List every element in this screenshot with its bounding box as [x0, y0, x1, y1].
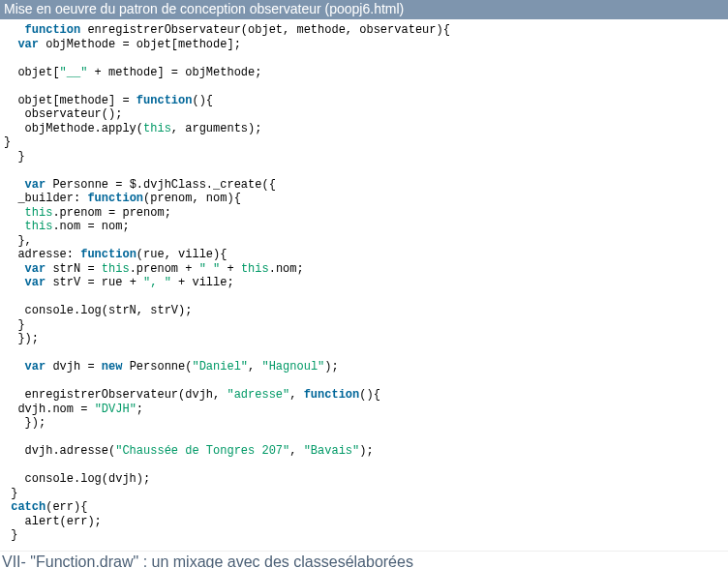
code-text: },	[4, 234, 32, 248]
code-text	[4, 276, 25, 289]
keyword-var: var	[25, 178, 46, 192]
keyword-this: this	[25, 220, 53, 233]
code-text: Personne = $.dvjhClass._create({	[46, 178, 276, 192]
code-text	[4, 206, 25, 220]
keyword-function: function	[25, 23, 81, 37]
code-text	[4, 38, 17, 51]
code-text: .nom;	[269, 262, 304, 276]
code-text: ,	[289, 388, 303, 402]
code-text: enregistrerObservateur(objet, methode, o…	[80, 23, 450, 37]
code-text: _builder:	[4, 192, 87, 205]
code-text: objMethode = objet[methode];	[39, 38, 241, 51]
code-text: + methode] = objMethode;	[87, 66, 261, 79]
code-text: (){	[359, 388, 380, 402]
string-literal: "__"	[60, 66, 88, 79]
code-text: adresse:	[4, 248, 80, 261]
footer-heading: VII- "Function.draw" : un mixage avec de…	[0, 551, 728, 568]
code-text: , arguments);	[171, 122, 262, 135]
code-text: }	[4, 487, 17, 500]
code-text: }	[4, 150, 25, 164]
code-text: (err){	[46, 500, 87, 514]
keyword-new: new	[102, 360, 123, 374]
code-text: dvjh.adresse(	[4, 444, 115, 458]
code-text: (prenom, nom){	[143, 192, 241, 205]
keyword-this: this	[102, 262, 130, 276]
code-text: strV = rue +	[46, 276, 143, 289]
code-text: .prenom +	[130, 262, 199, 276]
code-text: +	[220, 262, 241, 276]
code-block: function enregistrerObservateur(objet, m…	[0, 19, 728, 551]
code-text: enregistrerObservateur(dvjh,	[4, 388, 227, 402]
code-text: objet[methode] =	[4, 94, 136, 107]
code-text: alert(err);	[4, 515, 102, 528]
code-text	[4, 23, 25, 37]
footer-text: VII- "Function.draw" : un mixage avec de…	[2, 553, 413, 568]
code-text: observateur();	[4, 107, 122, 121]
string-literal: "DVJH"	[95, 403, 136, 416]
keyword-var: var	[25, 360, 46, 374]
code-text: Personne(	[122, 360, 192, 374]
keyword-this: this	[25, 206, 53, 220]
code-text	[4, 360, 25, 374]
code-text	[4, 262, 25, 276]
keyword-var: var	[17, 38, 39, 51]
keyword-this: this	[143, 122, 171, 135]
code-text: dvjh.nom =	[4, 403, 95, 416]
code-text: (rue, ville){	[136, 248, 228, 261]
code-text: }	[4, 318, 25, 332]
code-text: }	[4, 528, 17, 542]
code-text	[4, 178, 25, 192]
keyword-function: function	[136, 94, 193, 107]
code-text: objMethode.apply(	[4, 122, 143, 135]
string-literal: "Chaussée de Tongres 207"	[115, 444, 289, 458]
code-text: objet[	[4, 66, 60, 79]
code-text: });	[4, 416, 46, 430]
keyword-function: function	[80, 248, 136, 261]
code-text: + ville;	[171, 276, 234, 289]
keyword-this: this	[241, 262, 269, 276]
code-text: ;	[136, 403, 143, 416]
code-text: );	[359, 444, 373, 458]
keyword-function: function	[87, 192, 143, 205]
code-text: );	[324, 360, 338, 374]
title-text: Mise en oeuvre du patron de conception o…	[4, 1, 404, 16]
title-bar: Mise en oeuvre du patron de conception o…	[0, 0, 728, 19]
code-text: }	[4, 135, 11, 149]
code-text: .nom = nom;	[52, 220, 129, 233]
keyword-var: var	[25, 276, 46, 289]
code-text: console.log(strN, strV);	[4, 304, 192, 317]
code-text: strN =	[46, 262, 102, 276]
string-literal: "Bavais"	[304, 444, 360, 458]
code-text: (){	[192, 94, 213, 107]
code-text	[4, 220, 25, 233]
string-literal: "Daniel"	[192, 360, 248, 374]
string-literal: "adresse"	[227, 388, 289, 402]
code-text: ,	[248, 360, 261, 374]
code-text: .prenom = prenom;	[52, 206, 170, 220]
string-literal: "Hagnoul"	[261, 360, 324, 374]
keyword-function: function	[304, 388, 360, 402]
string-literal: ", "	[143, 276, 171, 289]
keyword-catch: catch	[11, 500, 46, 514]
code-text: ,	[289, 444, 303, 458]
keyword-var: var	[25, 262, 46, 276]
code-text: console.log(dvjh);	[4, 472, 150, 486]
code-text: dvjh =	[46, 360, 102, 374]
code-text: });	[4, 332, 39, 345]
string-literal: " "	[199, 262, 221, 276]
